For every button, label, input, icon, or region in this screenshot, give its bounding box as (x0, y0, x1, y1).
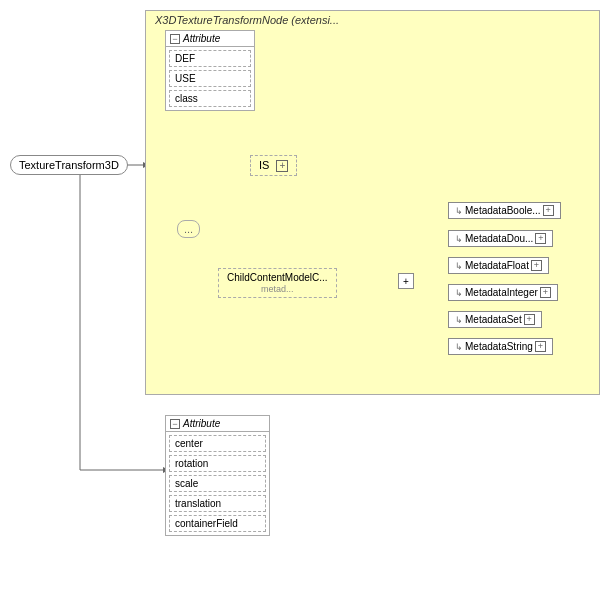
metadata-string-label: MetadataString (465, 341, 533, 352)
metadata-boole-node[interactable]: ↳ MetadataBoole... + (448, 202, 561, 219)
metadata-set-node[interactable]: ↳ MetadataSet + (448, 311, 542, 328)
metadata-integer-label: MetadataInteger (465, 287, 538, 298)
bottom-attribute-header: − Attribute (166, 416, 269, 432)
metadata-float-label: MetadataFloat (465, 260, 529, 271)
arrow-icon-0: ↳ (455, 206, 463, 216)
attr-item-class: class (169, 90, 251, 107)
metadata-dou-node[interactable]: ↳ MetadataDou... + (448, 230, 553, 247)
top-attribute-label: Attribute (183, 33, 220, 44)
bottom-minus-icon: − (170, 419, 180, 429)
texture-transform-label: TextureTransform3D (19, 159, 119, 171)
diagram-container: X3DTextureTransformNode (extensi... − At… (0, 0, 611, 600)
child-content-label: ChildContentModelC... (227, 272, 328, 283)
diagram-title: X3DTextureTransformNode (extensi... (155, 14, 339, 26)
attr-item-rotation: rotation (169, 455, 266, 472)
metadata-float-node[interactable]: ↳ MetadataFloat + (448, 257, 549, 274)
is-label: IS (259, 159, 269, 171)
metadata-set-label: MetadataSet (465, 314, 522, 325)
plus-connector-icon: + (403, 276, 409, 287)
attr-item-containerfield: containerField (169, 515, 266, 532)
metadata-integer-node[interactable]: ↳ MetadataInteger + (448, 284, 558, 301)
attr-item-center: center (169, 435, 266, 452)
top-attribute-box: − Attribute DEF USE class (165, 30, 255, 111)
metadata-dou-label: MetadataDou... (465, 233, 533, 244)
metadata-boole-plus: + (543, 205, 554, 216)
attr-item-scale: scale (169, 475, 266, 492)
metadata-integer-plus: + (540, 287, 551, 298)
metadata-float-plus: + (531, 260, 542, 271)
attr-item-def: DEF (169, 50, 251, 67)
bottom-attribute-label: Attribute (183, 418, 220, 429)
arrow-icon-5: ↳ (455, 342, 463, 352)
ellipsis-box: ... (177, 220, 200, 238)
arrow-icon-3: ↳ (455, 288, 463, 298)
arrow-icon-4: ↳ (455, 315, 463, 325)
is-node[interactable]: IS + (250, 155, 297, 176)
minus-icon: − (170, 34, 180, 44)
bottom-attribute-box: − Attribute center rotation scale transl… (165, 415, 270, 536)
metadata-set-plus: + (524, 314, 535, 325)
metadata-dou-plus: + (535, 233, 546, 244)
is-plus-icon: + (276, 160, 288, 172)
attr-item-use: USE (169, 70, 251, 87)
metadata-string-node[interactable]: ↳ MetadataString + (448, 338, 553, 355)
top-attribute-header: − Attribute (166, 31, 254, 47)
arrow-icon-2: ↳ (455, 261, 463, 271)
texture-transform-node[interactable]: TextureTransform3D (10, 155, 128, 175)
metadata-boole-label: MetadataBoole... (465, 205, 541, 216)
arrow-icon-1: ↳ (455, 234, 463, 244)
ellipsis-label: ... (184, 223, 193, 235)
child-content-box[interactable]: ChildContentModelC... metad... (218, 268, 337, 298)
attr-item-translation: translation (169, 495, 266, 512)
plus-connector-box: + (398, 273, 414, 289)
child-content-sublabel: metad... (227, 284, 328, 294)
metadata-string-plus: + (535, 341, 546, 352)
